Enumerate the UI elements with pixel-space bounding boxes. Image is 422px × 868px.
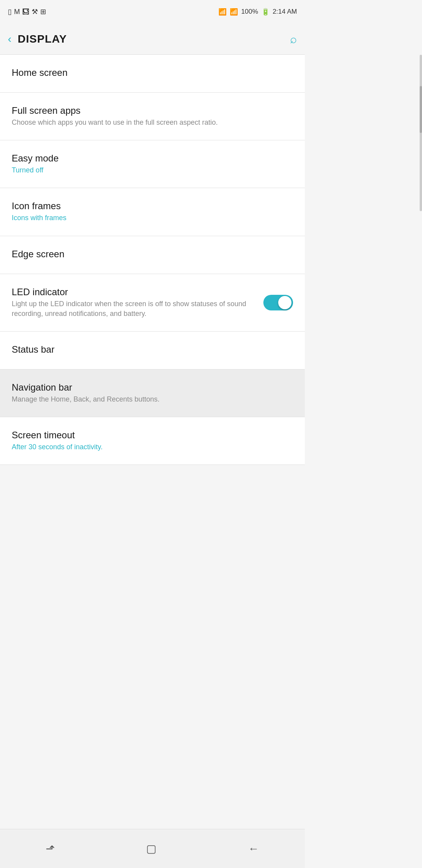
- back-button[interactable]: ‹: [8, 33, 11, 45]
- settings-item-content-edge-screen: Edge screen: [12, 249, 293, 261]
- bottom-spacer: [0, 465, 305, 504]
- toggle-container-led-indicator: [263, 295, 293, 310]
- settings-item-content-screen-timeout: Screen timeoutAfter 30 seconds of inacti…: [12, 430, 293, 452]
- settings-item-content-status-bar: Status bar: [12, 344, 293, 357]
- battery-percent: 100%: [241, 8, 258, 16]
- settings-item-home-screen[interactable]: Home screen: [0, 55, 305, 93]
- back-nav-button[interactable]: ←: [248, 843, 259, 855]
- signal-icon: 📶: [230, 8, 238, 16]
- settings-item-title-edge-screen: Edge screen: [12, 249, 287, 260]
- settings-item-subtitle-easy-mode: Turned off: [12, 165, 287, 175]
- status-icons: ▯ M ⛾ ⚒ ⊞: [8, 7, 46, 16]
- settings-item-subtitle-led-indicator: Light up the LED indicator when the scre…: [12, 299, 257, 319]
- settings-item-content-easy-mode: Easy modeTurned off: [12, 153, 293, 175]
- settings-item-title-led-indicator: LED indicator: [12, 287, 257, 298]
- settings-item-title-status-bar: Status bar: [12, 344, 287, 355]
- wifi-icon: 📶: [218, 8, 227, 16]
- settings-item-title-navigation-bar: Navigation bar: [12, 382, 287, 393]
- toggle-led-indicator[interactable]: [263, 295, 293, 310]
- status-right: 📶 📶 100% 🔋 2:14 AM: [218, 8, 297, 16]
- settings-item-subtitle-full-screen-apps: Choose which apps you want to use in the…: [12, 118, 287, 127]
- home-button[interactable]: ▢: [146, 842, 156, 855]
- settings-item-title-screen-timeout: Screen timeout: [12, 430, 287, 441]
- settings-item-icon-frames[interactable]: Icon framesIcons with frames: [0, 188, 305, 236]
- settings-item-content-navigation-bar: Navigation barManage the Home, Back, and…: [12, 382, 293, 404]
- settings-item-title-easy-mode: Easy mode: [12, 153, 287, 164]
- status-bar: ▯ M ⛾ ⚒ ⊞ 📶 📶 100% 🔋 2:14 AM: [0, 0, 305, 23]
- settings-item-subtitle-screen-timeout: After 30 seconds of inactivity.: [12, 442, 287, 452]
- battery-icon: 🔋: [261, 8, 270, 16]
- status-icon-phone: ▯: [8, 7, 12, 16]
- settings-item-screen-timeout[interactable]: Screen timeoutAfter 30 seconds of inacti…: [0, 417, 305, 465]
- header: ‹ DISPLAY ⌕: [0, 23, 305, 55]
- page-title: DISPLAY: [18, 33, 67, 45]
- settings-item-subtitle-navigation-bar: Manage the Home, Back, and Recents butto…: [12, 395, 287, 404]
- status-icon-mail: M: [14, 8, 20, 16]
- settings-list: Home screenFull screen appsChoose which …: [0, 55, 305, 465]
- settings-item-title-full-screen-apps: Full screen apps: [12, 105, 287, 116]
- settings-item-edge-screen[interactable]: Edge screen: [0, 236, 305, 274]
- settings-item-led-indicator[interactable]: LED indicatorLight up the LED indicator …: [0, 274, 305, 332]
- toggle-knob-led-indicator: [278, 296, 291, 309]
- settings-item-content-home-screen: Home screen: [12, 67, 293, 80]
- status-icon-image: ⛾: [22, 8, 29, 16]
- recent-apps-button[interactable]: ⬏: [46, 842, 55, 855]
- status-icon-clip: ⊞: [40, 7, 46, 16]
- settings-item-title-home-screen: Home screen: [12, 67, 287, 78]
- settings-item-navigation-bar[interactable]: Navigation barManage the Home, Back, and…: [0, 369, 305, 417]
- nav-bar: ⬏ ▢ ←: [0, 829, 305, 868]
- settings-item-full-screen-apps[interactable]: Full screen appsChoose which apps you wa…: [0, 93, 305, 140]
- settings-item-content-icon-frames: Icon framesIcons with frames: [12, 201, 293, 223]
- search-button[interactable]: ⌕: [290, 32, 297, 46]
- status-icon-tool: ⚒: [32, 7, 38, 16]
- settings-item-content-full-screen-apps: Full screen appsChoose which apps you wa…: [12, 105, 293, 127]
- settings-item-easy-mode[interactable]: Easy modeTurned off: [0, 140, 305, 188]
- settings-item-subtitle-icon-frames: Icons with frames: [12, 213, 287, 223]
- settings-item-status-bar[interactable]: Status bar: [0, 332, 305, 369]
- settings-item-content-led-indicator: LED indicatorLight up the LED indicator …: [12, 287, 263, 319]
- settings-item-title-icon-frames: Icon frames: [12, 201, 287, 212]
- time: 2:14 AM: [273, 8, 297, 16]
- header-left: ‹ DISPLAY: [8, 33, 67, 45]
